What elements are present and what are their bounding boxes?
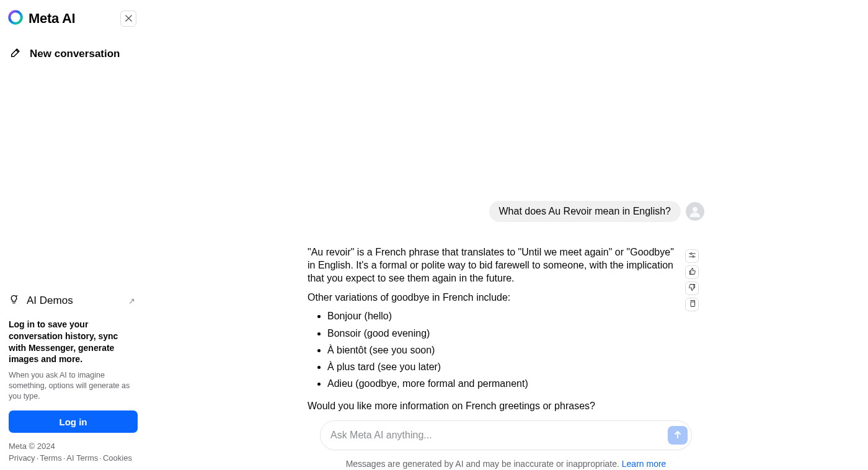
copy-icon [688,299,696,309]
login-prompt-title: Log in to save your conversation history… [9,319,135,366]
ai-demos-label: AI Demos [27,295,73,307]
meta-ai-logo-icon [7,9,24,28]
tune-button[interactable] [685,249,699,263]
ai-list: Bonjour (hello) Bonsoir (good evening) À… [308,308,680,392]
list-item: Bonsoir (good evening) [327,325,680,342]
new-conversation-icon [10,47,21,61]
copyright-text: Meta © 2024 [9,441,135,451]
brand-name: Meta AI [29,11,75,27]
ai-paragraph-3: Would you like more information on Frenc… [308,399,680,412]
conversation-wrap: What does Au Revoir mean in English? "Au… [144,0,868,423]
footer-links: Privacy·Terms·AI Terms·Cookies [9,453,135,463]
footer-link-privacy[interactable]: Privacy [9,453,35,463]
svg-rect-4 [691,302,695,306]
footer-link-cookies[interactable]: Cookies [103,453,132,463]
disclaimer: Messages are generated by AI and may be … [320,459,692,469]
feedback-toolbar [685,249,699,311]
message-input[interactable] [330,430,668,441]
svg-point-2 [690,253,692,255]
ai-demos-left: AI Demos [9,295,73,308]
sidebar: Meta AI New conversation [0,0,144,470]
external-link-icon: ↗ [128,296,135,306]
main-area: What does Au Revoir mean in English? "Au… [144,0,868,470]
thumbs-up-icon [688,267,696,277]
conversation: What does Au Revoir mean in English? "Au… [308,0,704,423]
thumbs-down-icon [688,283,696,293]
close-sidebar-button[interactable] [120,11,136,27]
disclaimer-text: Messages are generated by AI and may be … [346,459,622,469]
ai-paragraph-1: "Au revoir" is a French phrase that tran… [308,246,680,285]
copy-button[interactable] [685,298,699,311]
list-item: Adieu (goodbye, more formal and permanen… [327,375,680,392]
user-message-text: What does Au Revoir mean in English? [499,206,671,216]
send-button[interactable] [668,426,688,445]
ai-response: "Au revoir" is a French phrase that tran… [308,246,680,419]
user-message-row: What does Au Revoir mean in English? [489,201,704,222]
footer-link-ai-terms[interactable]: AI Terms [66,453,98,463]
svg-point-0 [9,11,22,24]
login-prompt-description: When you ask AI to imagine something, op… [9,370,135,402]
ai-paragraph-2: Other variations of goodbye in French in… [308,291,680,304]
learn-more-link[interactable]: Learn more [622,459,666,469]
sliders-icon [688,251,696,261]
svg-point-3 [692,256,694,258]
user-avatar [686,202,704,221]
sidebar-top: Meta AI New conversation [0,0,144,68]
composer-area: Messages are generated by AI and may be … [144,420,868,470]
new-conversation-label: New conversation [30,48,120,60]
arrow-up-icon [673,430,683,441]
svg-point-1 [693,207,698,212]
ai-demos-link[interactable]: AI Demos ↗ [9,288,135,316]
login-button-label: Log in [60,417,87,427]
composer [320,420,692,450]
footer-link-terms[interactable]: Terms [40,453,61,463]
sidebar-bottom: AI Demos ↗ Log in to save your conversat… [0,282,144,470]
list-item: Bonjour (hello) [327,308,680,324]
list-item: À plus tard (see you later) [327,358,680,375]
app-root: Meta AI New conversation [0,0,868,470]
lightbulb-icon [9,295,19,308]
new-conversation-button[interactable]: New conversation [7,40,136,68]
user-message-bubble: What does Au Revoir mean in English? [489,201,681,222]
list-item: À bientôt (see you soon) [327,342,680,358]
thumbs-down-button[interactable] [685,282,699,295]
brand-row: Meta AI [7,6,136,31]
brand[interactable]: Meta AI [7,9,75,28]
login-button[interactable]: Log in [9,410,138,433]
thumbs-up-button[interactable] [685,265,699,279]
close-icon [125,14,132,24]
